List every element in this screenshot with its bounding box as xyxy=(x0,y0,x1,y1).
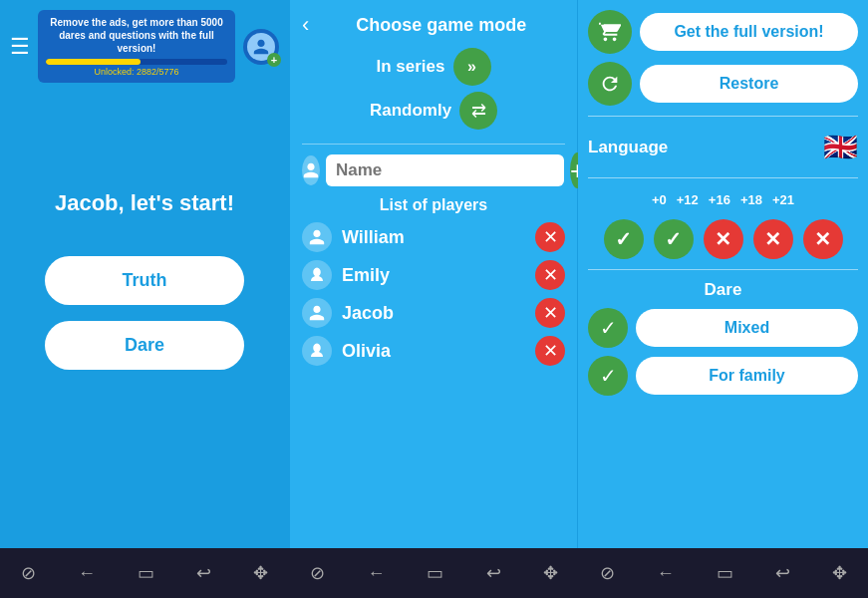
ad-banner[interactable]: Remove the ads, get more than 5000 dares… xyxy=(38,10,235,83)
full-version-row: Get the full version! xyxy=(588,10,858,54)
nav-icon-4[interactable]: ↩ xyxy=(196,562,211,584)
age-badge-18: +18 xyxy=(740,192,762,207)
nav-icon-1[interactable]: ⊘ xyxy=(21,562,36,584)
list-of-players-title: List of players xyxy=(302,196,565,214)
age-badge-12: +12 xyxy=(677,192,699,207)
in-series-btn[interactable]: » xyxy=(453,48,491,86)
age-check-0[interactable]: ✓ xyxy=(604,219,644,259)
age-badge-21: +21 xyxy=(772,192,794,207)
age-badge-16: +16 xyxy=(709,192,730,207)
back-arrow-icon[interactable]: ‹ xyxy=(302,12,309,38)
plus-badge: + xyxy=(267,53,281,67)
ad-banner-text: Remove the ads, get more than 5000 dares… xyxy=(46,16,227,55)
age-check-18[interactable]: ✕ xyxy=(753,219,793,259)
greeting-text: Jacob, let's start! xyxy=(55,190,234,216)
player-row: Jacob ✕ xyxy=(302,298,565,328)
ad-banner-unlocked: Unlocked: 2882/5776 xyxy=(46,67,227,77)
nav-icon-3[interactable]: ▭ xyxy=(138,562,154,584)
divider xyxy=(302,144,565,145)
player-icon-circle xyxy=(302,155,320,185)
in-series-row: In series » xyxy=(302,48,565,86)
top-bar-left: ☰ Remove the ads, get more than 5000 dar… xyxy=(10,10,279,83)
nav-icon-5[interactable]: ✥ xyxy=(253,562,268,584)
nav-icon-14[interactable]: ↩ xyxy=(775,562,790,584)
refresh-icon-btn[interactable] xyxy=(588,62,632,106)
ad-banner-progress-bar xyxy=(46,59,141,65)
right-divider-2 xyxy=(588,177,858,178)
nav-icon-10[interactable]: ✥ xyxy=(543,562,558,584)
cart-icon-btn[interactable] xyxy=(588,10,632,54)
flag-icon[interactable]: 🇬🇧 xyxy=(823,131,858,163)
randomly-btn[interactable]: ⇄ xyxy=(459,92,497,130)
player-row: Emily ✕ xyxy=(302,260,565,290)
dare-family-row: ✓ For family xyxy=(588,356,858,396)
player-avatar-jacob xyxy=(302,298,332,328)
dare-family-button[interactable]: For family xyxy=(636,357,858,395)
player-name-jacob: Jacob xyxy=(342,303,525,324)
player-row: Olivia ✕ xyxy=(302,336,565,366)
player-name-emily: Emily xyxy=(342,265,525,286)
nav-icon-12[interactable]: ← xyxy=(657,563,675,584)
dare-mixed-row: ✓ Mixed xyxy=(588,308,858,348)
player-avatar-olivia xyxy=(302,336,332,366)
nav-icon-13[interactable]: ▭ xyxy=(717,562,733,584)
dare-button[interactable]: Dare xyxy=(45,321,244,370)
name-input-row: + xyxy=(302,152,565,188)
choose-mode-title: Choose game mode xyxy=(317,15,565,36)
restore-row: Restore xyxy=(588,62,858,106)
dare-mixed-check[interactable]: ✓ xyxy=(588,308,628,348)
nav-icon-2[interactable]: ← xyxy=(78,563,96,584)
age-ratings-row: +0 +12 +16 +18 +21 xyxy=(588,188,858,211)
restore-button[interactable]: Restore xyxy=(640,65,858,103)
double-chevron-icon: » xyxy=(467,58,476,76)
dare-family-check[interactable]: ✓ xyxy=(588,356,628,396)
dare-section-label: Dare xyxy=(588,280,858,300)
remove-jacob-button[interactable]: ✕ xyxy=(535,298,565,328)
left-panel: ☰ Remove the ads, get more than 5000 dar… xyxy=(0,0,289,548)
nav-icon-9[interactable]: ↩ xyxy=(486,562,501,584)
mid-header: ‹ Choose game mode xyxy=(302,12,565,38)
right-panel: Get the full version! Restore Language 🇬… xyxy=(578,0,868,548)
in-series-label: In series xyxy=(377,57,445,77)
shuffle-icon: ⇄ xyxy=(471,100,486,122)
hamburger-icon[interactable]: ☰ xyxy=(10,34,30,60)
language-row: Language 🇬🇧 xyxy=(588,127,858,167)
nav-icon-15[interactable]: ✥ xyxy=(832,562,847,584)
mid-panel: ‹ Choose game mode In series » Randomly … xyxy=(289,0,578,548)
right-divider-1 xyxy=(588,116,858,117)
nav-icon-11[interactable]: ⊘ xyxy=(600,562,615,584)
nav-icon-6[interactable]: ⊘ xyxy=(310,562,325,584)
randomly-label: Randomly xyxy=(370,101,451,121)
truth-button[interactable]: Truth xyxy=(45,256,244,305)
nav-icon-7[interactable]: ← xyxy=(367,563,385,584)
player-row: William ✕ xyxy=(302,222,565,252)
player-avatar-william xyxy=(302,222,332,252)
age-check-12[interactable]: ✓ xyxy=(654,219,694,259)
right-divider-3 xyxy=(588,269,858,270)
ad-banner-progress xyxy=(46,59,227,65)
remove-olivia-button[interactable]: ✕ xyxy=(535,336,565,366)
player-name-olivia: Olivia xyxy=(342,341,525,362)
nav-icon-8[interactable]: ▭ xyxy=(427,562,443,584)
remove-william-button[interactable]: ✕ xyxy=(535,222,565,252)
language-label: Language xyxy=(588,138,668,157)
checkmarks-row: ✓ ✓ ✕ ✕ ✕ xyxy=(588,219,858,259)
dare-mixed-button[interactable]: Mixed xyxy=(636,309,858,347)
player-avatar-emily xyxy=(302,260,332,290)
player-name-william: William xyxy=(342,227,525,248)
full-version-button[interactable]: Get the full version! xyxy=(640,13,858,51)
remove-emily-button[interactable]: ✕ xyxy=(535,260,565,290)
name-input[interactable] xyxy=(326,154,564,186)
age-badge-0: +0 xyxy=(652,192,667,207)
bottom-nav: ⊘ ← ▭ ↩ ✥ ⊘ ← ▭ ↩ ✥ ⊘ ← ▭ ↩ ✥ xyxy=(0,548,868,598)
age-check-16[interactable]: ✕ xyxy=(704,219,743,259)
age-check-21[interactable]: ✕ xyxy=(803,219,843,259)
randomly-row: Randomly ⇄ xyxy=(302,92,565,130)
add-player-icon-btn[interactable]: + xyxy=(243,29,279,65)
